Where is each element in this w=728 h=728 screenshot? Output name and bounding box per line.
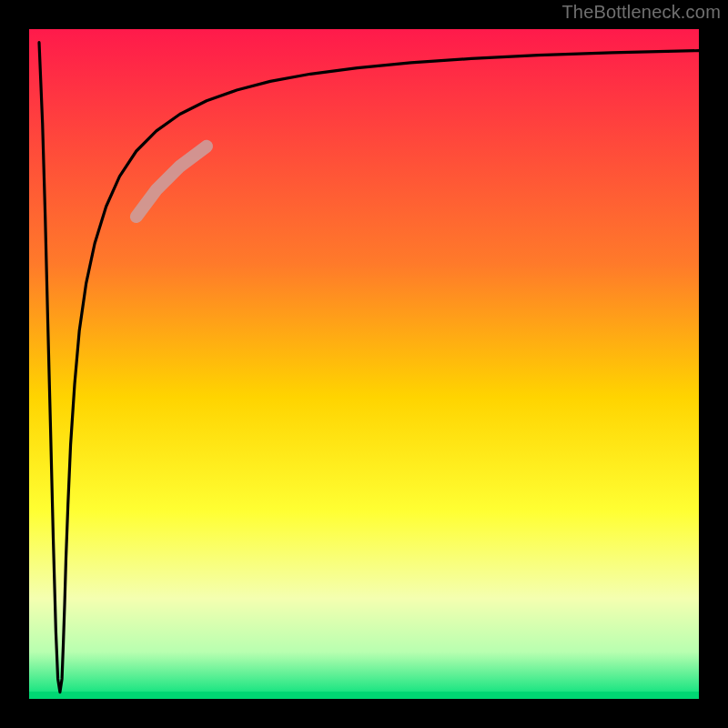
green-baseline-band	[29, 692, 699, 699]
gradient-background	[29, 29, 699, 699]
bottleneck-chart	[0, 0, 728, 728]
watermark-text: TheBottleneck.com	[561, 2, 721, 23]
chart-frame: TheBottleneck.com	[0, 0, 728, 728]
